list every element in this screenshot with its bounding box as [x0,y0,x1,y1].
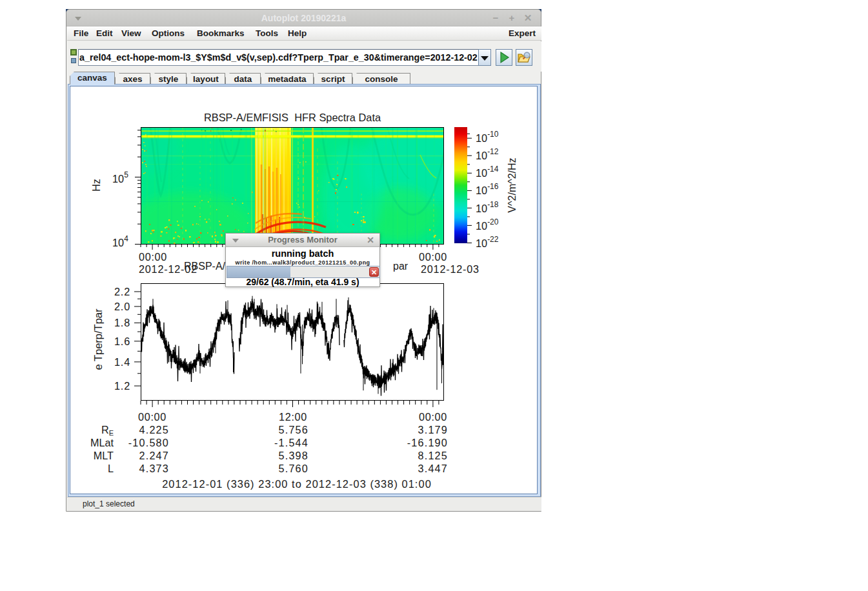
svg-text:1.2: 1.2 [114,380,130,392]
svg-text:e Tperp/Tpar: e Tperp/Tpar [92,308,104,370]
svg-text:2012-12-01 (336) 23:00 to 2012: 2012-12-01 (336) 23:00 to 2012-12-03 (33… [162,478,432,490]
svg-text:1.6: 1.6 [114,336,130,347]
svg-text:2.0: 2.0 [114,301,130,312]
svg-text:8.125: 8.125 [418,450,448,461]
svg-text:MLT: MLT [94,450,114,461]
svg-text:10-12: 10-12 [476,147,499,161]
svg-text:L: L [108,463,114,474]
svg-text:5.756: 5.756 [278,424,308,436]
svg-text:12:00: 12:00 [279,411,307,423]
svg-text:3.179: 3.179 [418,424,448,436]
svg-text:MLat: MLat [90,437,114,448]
svg-text:2012-12-03: 2012-12-03 [421,263,479,275]
svg-text:4.225: 4.225 [139,424,169,436]
svg-text:5.760: 5.760 [278,463,308,474]
svg-text:par: par [393,261,409,272]
svg-text:10-20: 10-20 [476,217,499,232]
svg-text:104: 104 [112,234,128,248]
svg-text:10-16: 10-16 [476,182,499,196]
svg-text:RBSP-A/: RBSP-A/ [184,261,226,272]
svg-text:-16.190: -16.190 [407,437,448,448]
svg-text:10-14: 10-14 [476,165,499,179]
svg-text:00:00: 00:00 [419,251,447,263]
svg-text:4.373: 4.373 [139,463,169,474]
svg-text:105: 105 [112,170,128,185]
svg-text:00:00: 00:00 [139,251,167,263]
svg-text:00:00: 00:00 [138,411,167,423]
svg-text:1.8: 1.8 [114,317,130,328]
svg-text:5.398: 5.398 [278,450,308,461]
svg-text:2.247: 2.247 [139,450,169,461]
svg-text:-10.580: -10.580 [128,437,169,448]
svg-text:V^2/m^2/Hz: V^2/m^2/Hz [507,157,518,212]
svg-text:RE: RE [101,424,114,437]
svg-text:2.2: 2.2 [114,286,130,297]
svg-text:3.447: 3.447 [418,463,448,474]
svg-text:RBSP-A/EMFISIS HFR Spectra Da: RBSP-A/EMFISIS HFR Spectra Data [204,112,381,123]
svg-text:-1.544: -1.544 [274,437,308,448]
svg-text:Hz: Hz [91,179,102,192]
svg-text:10-22: 10-22 [476,235,499,249]
svg-text:10-10: 10-10 [476,130,499,144]
svg-text:1.4: 1.4 [114,356,130,368]
svg-text:10-18: 10-18 [476,200,499,214]
svg-text:00:00: 00:00 [419,411,447,423]
